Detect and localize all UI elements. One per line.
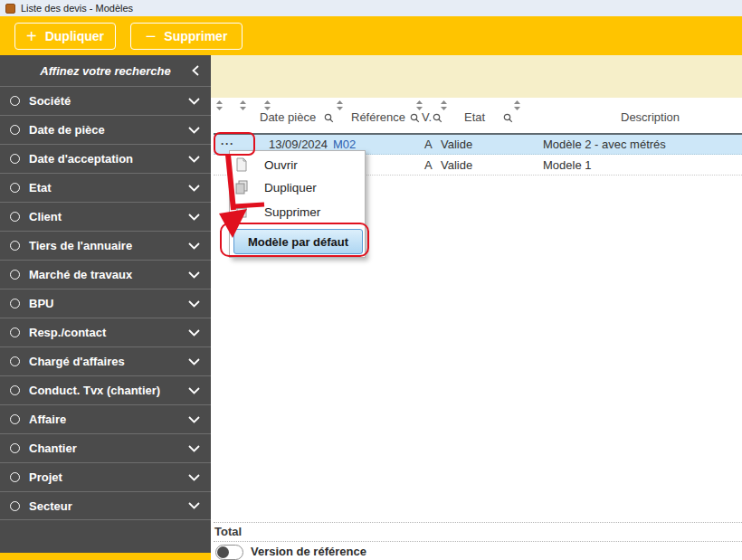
- sort-handle-icon[interactable]: [416, 100, 423, 110]
- delete-button-label: Supprimer: [164, 29, 227, 43]
- radio-icon: [10, 212, 20, 222]
- sidebar-item-label: BPU: [29, 297, 188, 310]
- sidebar-item-label: Tiers de l'annuaire: [29, 239, 188, 252]
- sidebar-item-date-acceptation[interactable]: Date d'acceptation: [0, 144, 211, 173]
- menu-item-default-model[interactable]: Modèle par défaut: [233, 229, 363, 254]
- delete-button[interactable]: − Supprimer: [130, 23, 243, 50]
- sidebar-item-label: Date d'acceptation: [29, 152, 188, 166]
- sidebar-item-chantier[interactable]: Chantier: [0, 433, 211, 462]
- chevron-down-icon: [188, 156, 200, 163]
- reference-version-toggle[interactable]: [215, 545, 243, 560]
- search-icon[interactable]: [324, 113, 334, 123]
- sidebar-header-label: Affinez votre recherche: [40, 64, 170, 78]
- menu-item-open[interactable]: Ouvrir: [230, 153, 365, 177]
- chevron-down-icon: [188, 214, 200, 221]
- cell-etat: Valide: [441, 138, 472, 151]
- minus-icon: −: [146, 27, 157, 45]
- sidebar-item-label: Chantier: [29, 441, 188, 455]
- cell-etat: Valide: [441, 158, 472, 172]
- toolbar: + Dupliquer − Supprimer: [0, 16, 742, 55]
- sidebar-item-label: Secteur: [29, 499, 188, 513]
- sort-handle-icon[interactable]: [337, 100, 343, 110]
- radio-icon: [10, 356, 20, 366]
- sidebar-item-tiers-annuaire[interactable]: Tiers de l'annuaire: [0, 231, 211, 260]
- chevron-down-icon: [188, 387, 200, 394]
- chevron-down-icon: [188, 474, 200, 481]
- total-label: Total: [214, 525, 242, 538]
- sidebar-item-affaire[interactable]: Affaire: [0, 404, 211, 433]
- sidebar-item-label: Conduct. Tvx (chantier): [29, 384, 188, 397]
- duplicate-button-label: Dupliquer: [45, 29, 104, 43]
- duplicate-icon: [235, 180, 249, 195]
- column-header-etat[interactable]: Etat: [464, 110, 485, 124]
- menu-item-delete[interactable]: Supprimer: [230, 200, 365, 224]
- cell-version: A: [424, 158, 433, 172]
- chevron-down-icon: [188, 127, 200, 134]
- duplicate-button[interactable]: + Dupliquer: [14, 23, 116, 50]
- column-header-description[interactable]: Description: [621, 110, 680, 124]
- sidebar-item-societe[interactable]: Société: [0, 86, 211, 115]
- filter-sidebar: Affinez votre recherche Société Date de …: [0, 55, 211, 553]
- radio-icon: [10, 183, 20, 193]
- chevron-down-icon: [188, 502, 200, 509]
- menu-item-label: Ouvrir: [264, 158, 298, 172]
- radio-icon: [10, 472, 20, 482]
- sort-handle-icon[interactable]: [514, 100, 520, 110]
- plus-icon: +: [26, 27, 37, 45]
- search-icon[interactable]: [433, 113, 442, 123]
- title-bar: Liste des devis - Modèles: [0, 0, 742, 16]
- sidebar-item-label: Date de pièce: [29, 123, 188, 137]
- radio-icon: [10, 414, 20, 424]
- chevron-down-icon: [188, 98, 200, 105]
- window-title: Liste des devis - Modèles: [21, 3, 133, 14]
- radio-icon: [10, 241, 20, 251]
- row-actions-button[interactable]: ···: [221, 138, 234, 150]
- sort-handle-icon[interactable]: [216, 100, 223, 110]
- sort-handle-icon[interactable]: [240, 100, 246, 110]
- app-icon: [5, 4, 15, 14]
- radio-icon: [10, 327, 20, 337]
- chevron-down-icon: [188, 300, 200, 308]
- sort-handle-icon[interactable]: [264, 100, 271, 110]
- sidebar-item-projet[interactable]: Projet: [0, 462, 211, 491]
- chevron-down-icon: [188, 416, 200, 423]
- chevron-down-icon: [188, 329, 200, 337]
- sidebar-item-label: Client: [29, 210, 188, 223]
- radio-icon: [10, 385, 20, 395]
- sort-handle-icon[interactable]: [441, 100, 447, 110]
- sidebar-item-resp-contact[interactable]: Resp./contact: [0, 318, 211, 346]
- chevron-down-icon: [188, 445, 200, 452]
- total-separator-top: [214, 522, 742, 523]
- sidebar-item-conduct-tvx[interactable]: Conduct. Tvx (chantier): [0, 375, 211, 404]
- menu-item-duplicate[interactable]: Dupliquer: [230, 176, 365, 200]
- column-header-version[interactable]: V.: [422, 110, 432, 124]
- search-icon[interactable]: [410, 113, 420, 123]
- cell-reference-link[interactable]: M02: [333, 138, 356, 151]
- column-header-date[interactable]: Date pièce: [260, 110, 316, 124]
- sidebar-item-label: Société: [29, 94, 188, 108]
- sidebar-item-etat[interactable]: Etat: [0, 173, 211, 202]
- sidebar-item-label: Marché de travaux: [29, 268, 188, 281]
- sidebar-item-label: Resp./contact: [29, 326, 188, 339]
- column-header-reference[interactable]: Référence: [351, 110, 405, 124]
- collapse-sidebar-icon[interactable]: [192, 65, 199, 76]
- chevron-down-icon: [188, 271, 200, 279]
- radio-icon: [10, 443, 20, 453]
- sidebar-item-bpu[interactable]: BPU: [0, 289, 211, 318]
- sidebar-item-marche-travaux[interactable]: Marché de travaux: [0, 260, 211, 289]
- toggle-knob-icon: [217, 546, 229, 558]
- cell-date: 13/09/2024: [269, 138, 328, 151]
- sidebar-item-secteur[interactable]: Secteur: [0, 491, 211, 520]
- chevron-down-icon: [188, 242, 200, 250]
- sidebar-item-label: Projet: [29, 470, 188, 484]
- sidebar-bottom-accent: [0, 553, 211, 560]
- delete-icon: [235, 204, 248, 219]
- search-icon[interactable]: [503, 113, 513, 123]
- sidebar-item-charge-affaires[interactable]: Chargé d'affaires: [0, 346, 211, 375]
- menu-item-label: Supprimer: [264, 205, 320, 219]
- radio-icon: [10, 270, 20, 280]
- cell-description: Modèle 2 - avec métrés: [543, 138, 666, 151]
- sidebar-item-client[interactable]: Client: [0, 202, 211, 231]
- total-separator-bottom: [214, 541, 742, 542]
- sidebar-item-date-de-piece[interactable]: Date de pièce: [0, 115, 211, 144]
